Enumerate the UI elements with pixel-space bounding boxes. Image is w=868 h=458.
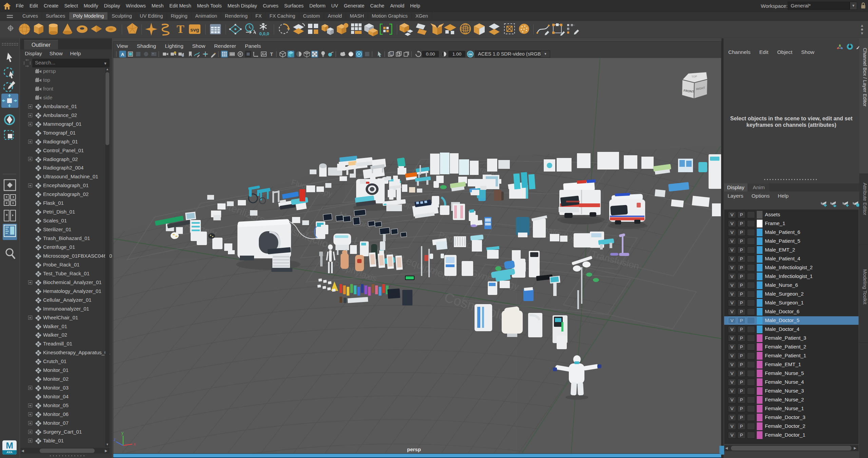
svg-text:svg: svg [190, 27, 199, 33]
svg-text:x: x [134, 442, 136, 446]
svg-text:z: z [114, 437, 116, 442]
svg-text:T: T [270, 52, 273, 57]
svg-text:y: y [121, 431, 123, 435]
svg-text:ON: ON [468, 53, 472, 56]
svg-text:A: A [121, 52, 124, 57]
svg-text:T: T [177, 23, 185, 35]
svg-text:0,0,0: 0,0,0 [259, 31, 269, 36]
svg-text:persp: persp [407, 446, 421, 452]
svg-text:TOP: TOP [692, 75, 698, 78]
